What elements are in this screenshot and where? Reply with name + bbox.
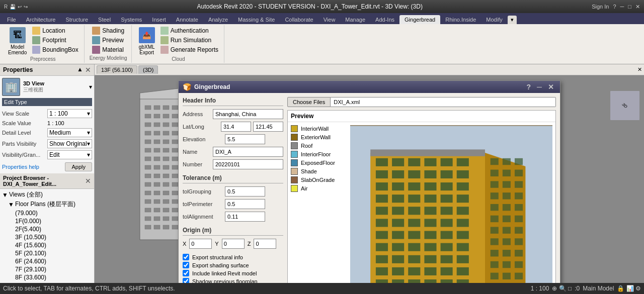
canvas-tab-0[interactable]: 13F (56.100) [97,65,137,74]
svg-rect-179 [491,170,499,176]
location-btn[interactable]: Location [31,26,79,35]
tol-grouping-input[interactable] [225,186,265,197]
checkbox-structural-info[interactable] [183,254,189,260]
maximize-btn[interactable]: □ [628,4,631,10]
floor-item-4[interactable]: 4F (15.600) [15,241,92,249]
address-input[interactable] [213,109,283,119]
properties-apply-btn[interactable]: Apply [65,162,92,171]
floor-item-9[interactable]: 9F (38.100) [15,281,92,283]
checkbox-shadow-floorplan[interactable] [183,278,189,283]
svg-rect-132 [457,219,469,227]
tab-structure[interactable]: Structure [60,15,93,24]
tab-rhinoinside[interactable]: Rhino.Inside [440,15,481,24]
tol-alignment-input[interactable] [225,212,265,222]
edit-type-btn[interactable]: Edit Type [2,98,92,106]
canvas-tab-1[interactable]: (3D) [138,65,158,74]
svg-rect-143 [441,243,453,251]
tree-floor-plans[interactable]: ▼ Floor Plans (楼层平面) [8,200,92,209]
run-sim-btn[interactable]: Run Simulation [159,36,220,45]
signin-btn[interactable]: Sign In [592,4,609,10]
properties-expand-btn[interactable]: ▲ [77,66,83,74]
number-input[interactable] [213,159,283,169]
parts-vis-value[interactable]: Show Original▾ [47,139,92,148]
floor-item-1[interactable]: 1F(0.000) [15,217,92,225]
auth-icon [160,27,169,35]
dialog-minimize-btn[interactable]: ─ [535,83,544,91]
material-btn[interactable]: Material [91,45,126,54]
canvas-close-btn[interactable]: ✕ [637,66,642,73]
tab-addins[interactable]: Add-Ins [370,15,399,24]
ribbon-group-energy: Shading Preview Material Energy Modeling [86,25,132,63]
tab-dropdown[interactable]: ▾ [508,16,517,24]
svg-rect-127 [376,219,388,227]
floor-item-6[interactable]: 6F (24.600) [15,257,92,265]
preview-btn[interactable]: Preview [91,36,126,45]
tol-perimeter-input[interactable] [225,199,265,209]
project-browser-close-btn[interactable]: ✕ [85,177,91,185]
dialog-help-btn[interactable]: ? [525,83,533,91]
dialog-close-btn[interactable]: ✕ [546,83,556,91]
svg-rect-158 [392,279,404,283]
choose-files-btn[interactable]: Choose Files [287,97,331,107]
origin-x-input[interactable] [189,239,212,249]
checkbox-linked-revit[interactable] [183,270,189,276]
name-input[interactable] [213,147,283,157]
tab-steel[interactable]: Steel [93,15,116,24]
tab-analyze[interactable]: Analyze [203,15,233,24]
tab-systems[interactable]: Systems [116,15,147,24]
properties-help-link[interactable]: Properties help [2,164,39,170]
elevation-input[interactable] [225,134,265,144]
shading-btn[interactable]: Shading [91,26,126,35]
tab-annotate[interactable]: Annotate [171,15,203,24]
visibility-value[interactable]: Edit▾ [47,150,92,159]
view-type-dropdown[interactable]: ▾ [89,83,92,90]
tab-architecture[interactable]: Architecture [21,15,61,24]
status-bar: Click to select, TAB for alternates, CTR… [0,283,644,294]
tree-views[interactable]: ▼ Views (全部) [2,190,92,200]
footprint-btn[interactable]: Footprint [31,36,79,45]
svg-rect-117 [408,194,420,203]
reports-btn[interactable]: Generate Reports [159,45,220,54]
floor-item-8[interactable]: 8F (33.600) [15,273,92,281]
svg-rect-113 [441,182,453,190]
quick-access-redo[interactable]: ↪ [24,4,28,10]
tab-collaborate[interactable]: Collaborate [280,15,318,24]
tree-content: ▼ Views (全部) ▼ Floor Plans (楼层平面) (79.00… [0,189,94,283]
quick-access-undo[interactable]: ↩ [18,4,22,10]
properties-title: Properties [3,66,33,73]
lat-input[interactable] [221,122,251,132]
quick-access-save[interactable]: 💾 [10,4,16,10]
floor-item-5[interactable]: 5F (20.100) [15,249,92,257]
model-emendo-btn[interactable]: 🏗 ModelEmendo [6,26,29,56]
minimize-btn[interactable]: ─ [620,4,624,10]
tree-views-expand: ▼ [2,191,8,199]
tab-file[interactable]: File [2,15,21,24]
tab-massing[interactable]: Massing & Site [233,15,280,24]
boundingbox-btn[interactable]: BoundingBox [31,45,79,54]
view-scale-value[interactable]: 1 : 100▾ [47,109,92,118]
lng-input[interactable] [253,122,283,132]
tab-insert[interactable]: Insert [147,15,171,24]
checkbox-shading-surface[interactable] [183,262,189,268]
legend-color-3 [291,151,298,158]
origin-y-input[interactable] [222,239,245,249]
floor-item-7[interactable]: 7F (29.100) [15,265,92,273]
svg-rect-196 [515,227,523,233]
properties-close-btn[interactable]: ✕ [85,66,91,74]
floor-item-2[interactable]: 2F(5.400) [15,225,92,233]
origin-z-input[interactable] [254,239,276,249]
tab-gingerbread[interactable]: Gingerbread [399,15,440,24]
auth-btn[interactable]: Authentication [159,26,220,35]
close-btn[interactable]: ✕ [635,4,640,10]
tab-view[interactable]: View [318,15,341,24]
properties-header-controls: ▲ ✕ [77,66,91,74]
tab-modify[interactable]: Modify [481,15,507,24]
tab-manage[interactable]: Manage [340,15,370,24]
detail-level-value[interactable]: Medium▾ [47,128,92,137]
floor-item-3[interactable]: 3F (10.500) [15,233,92,241]
gbxml-export-btn[interactable]: 📤 gbXMLExport [137,26,157,56]
help-btn[interactable]: ? [613,4,616,10]
legend-color-0 [291,125,298,132]
svg-rect-187 [515,192,523,199]
floor-item-0[interactable]: (79.000) [15,209,92,217]
